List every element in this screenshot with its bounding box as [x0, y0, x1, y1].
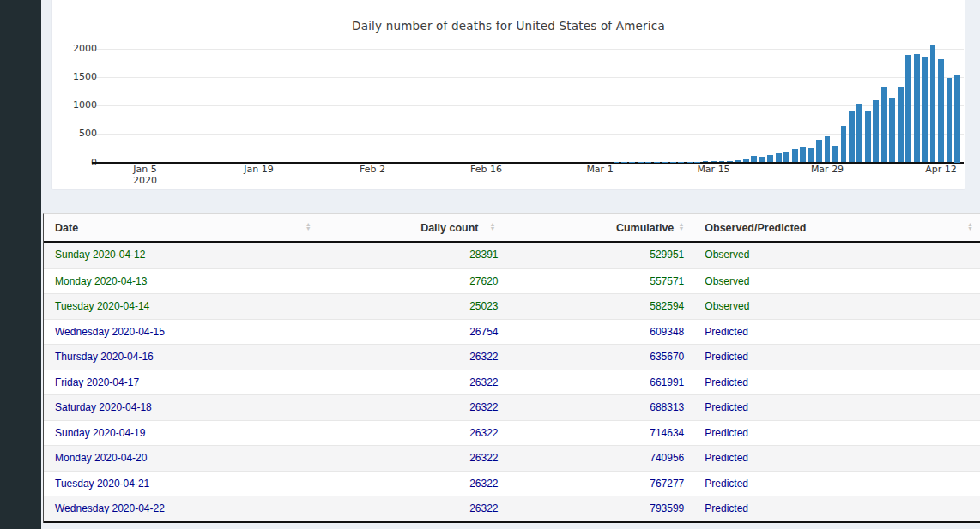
- x-axis-tick-label: Jan 19: [232, 165, 287, 175]
- y-axis-tick-label: 1000: [54, 99, 97, 111]
- column-header-label: Daily count: [420, 222, 478, 234]
- table-row[interactable]: Wednesday 2020-04-2226322793599Predicted: [44, 496, 980, 521]
- y-axis-tick-label: 2000: [54, 43, 97, 55]
- cell-date: Wednesday 2020-04-22: [44, 496, 318, 521]
- sort-icon[interactable]: ▲▼: [967, 222, 973, 231]
- column-header-label: Cumulative: [616, 222, 674, 234]
- chart-bar: [703, 161, 709, 162]
- x-axis-tick-label: Mar 29: [800, 165, 855, 175]
- cell-cumulative: 714634: [503, 421, 692, 446]
- x-axis-tick-label: Jan 5: [118, 165, 172, 175]
- chart-bar: [735, 160, 741, 163]
- chart-bar: [954, 75, 960, 163]
- cell-status: Predicted: [691, 320, 980, 345]
- cell-daily-count: 26322: [318, 421, 503, 446]
- cell-cumulative: 635670: [503, 345, 692, 370]
- chart-bar: [800, 147, 806, 163]
- cell-daily-count: 26322: [318, 370, 503, 395]
- chart-bar: [881, 87, 887, 162]
- column-header-observed-predicted[interactable]: Observed/Predicted ▲▼: [691, 214, 980, 241]
- table-row[interactable]: Sunday 2020-04-1926322714634Predicted: [44, 420, 980, 446]
- cell-date: Saturday 2020-04-18: [44, 395, 318, 420]
- chart-bar: [856, 104, 862, 163]
- cell-cumulative: 688313: [503, 395, 692, 420]
- table-row[interactable]: Saturday 2020-04-1826322688313Predicted: [44, 394, 980, 420]
- cell-daily-count: 27620: [318, 269, 503, 294]
- x-axis-year-label: 2020: [118, 176, 172, 186]
- chart-bar: [783, 152, 789, 163]
- chart-bar: [751, 156, 757, 162]
- x-axis-tick-label: Feb 2: [345, 165, 400, 175]
- cell-status: Predicted: [691, 345, 980, 370]
- cell-status: Observed: [691, 243, 980, 268]
- chart-bar: [825, 136, 831, 162]
- cell-daily-count: 26322: [318, 395, 503, 420]
- y-gridline: [92, 49, 964, 50]
- cell-status: Predicted: [691, 472, 980, 496]
- chart-card: Daily number of deaths for United States…: [51, 0, 965, 190]
- table-row[interactable]: Wednesday 2020-04-1526754609348Predicted: [44, 319, 980, 345]
- x-axis-tick-label: Mar 15: [687, 165, 741, 175]
- table-row[interactable]: Monday 2020-04-1327620557571Observed: [44, 268, 980, 294]
- chart-bar: [841, 126, 847, 162]
- sort-icon[interactable]: ▲▼: [490, 222, 496, 231]
- cell-daily-count: 26754: [318, 320, 503, 345]
- chart-bar: [898, 87, 904, 163]
- chart-bar: [808, 148, 814, 162]
- column-header-label: Observed/Predicted: [705, 222, 806, 234]
- table-row[interactable]: Monday 2020-04-2026322740956Predicted: [44, 445, 980, 471]
- sort-icon[interactable]: ▲▼: [678, 222, 684, 231]
- chart-bar: [743, 159, 749, 162]
- sort-icon[interactable]: ▲▼: [305, 222, 312, 231]
- chart-bar: [759, 157, 765, 162]
- chart-bar: [711, 161, 717, 162]
- cell-date: Wednesday 2020-04-15: [44, 320, 318, 345]
- cell-cumulative: 767277: [503, 472, 692, 496]
- cell-status: Predicted: [691, 446, 980, 471]
- cell-cumulative: 609348: [503, 320, 692, 345]
- cell-date: Sunday 2020-04-19: [44, 421, 318, 446]
- chart-bar: [719, 161, 725, 162]
- table-row[interactable]: Friday 2020-04-1726322661991Predicted: [44, 370, 980, 395]
- cell-daily-count: 26322: [318, 446, 503, 471]
- cell-status: Observed: [691, 294, 980, 319]
- plot-area: 0500100015002000Jan 52020Jan 19Feb 2Feb …: [52, 0, 965, 189]
- cell-status: Predicted: [691, 496, 980, 521]
- x-axis-tick-label: Feb 16: [459, 165, 514, 175]
- cell-date: Monday 2020-04-13: [44, 269, 318, 294]
- column-header-cumulative[interactable]: Cumulative ▲▼: [503, 214, 692, 241]
- cell-cumulative: 557571: [503, 269, 692, 294]
- table-row[interactable]: Thursday 2020-04-1626322635670Predicted: [44, 344, 980, 370]
- table-body: Sunday 2020-04-1228391529951ObservedMond…: [44, 243, 980, 523]
- y-gridline: [92, 77, 964, 78]
- chart-bar: [792, 149, 798, 163]
- chart-bar: [922, 57, 928, 163]
- chart-bar: [816, 140, 822, 162]
- column-header-date[interactable]: Date ▲▼: [44, 214, 318, 241]
- chart-bar: [678, 162, 684, 163]
- chart-bar: [938, 59, 944, 163]
- cell-daily-count: 25023: [318, 294, 503, 319]
- chart-bar: [873, 100, 879, 162]
- y-gridline: [92, 134, 964, 135]
- cell-date: Sunday 2020-04-12: [44, 243, 318, 268]
- x-axis-tick-label: Apr 12: [914, 165, 969, 175]
- column-header-daily-count[interactable]: Daily count ▲▼: [318, 214, 503, 241]
- cell-daily-count: 28391: [318, 243, 503, 268]
- cell-status: Observed: [691, 269, 980, 294]
- chart-bar: [694, 162, 700, 163]
- cell-date: Tuesday 2020-04-21: [44, 472, 318, 496]
- cell-date: Monday 2020-04-20: [44, 446, 318, 471]
- cell-cumulative: 529951: [503, 243, 692, 268]
- chart-bar: [776, 153, 782, 162]
- y-axis-tick-label: 500: [54, 128, 97, 140]
- cell-date: Tuesday 2020-04-14: [44, 294, 318, 319]
- chart-bar: [947, 78, 953, 162]
- chart-bar: [889, 98, 895, 163]
- table-row[interactable]: Sunday 2020-04-1228391529951Observed: [44, 243, 980, 268]
- cell-cumulative: 740956: [503, 446, 692, 471]
- table-row[interactable]: Tuesday 2020-04-1425023582594Observed: [44, 293, 980, 319]
- table-row[interactable]: Tuesday 2020-04-2126322767277Predicted: [44, 471, 980, 496]
- cell-date: Thursday 2020-04-16: [44, 345, 318, 370]
- chart-bar: [849, 111, 855, 163]
